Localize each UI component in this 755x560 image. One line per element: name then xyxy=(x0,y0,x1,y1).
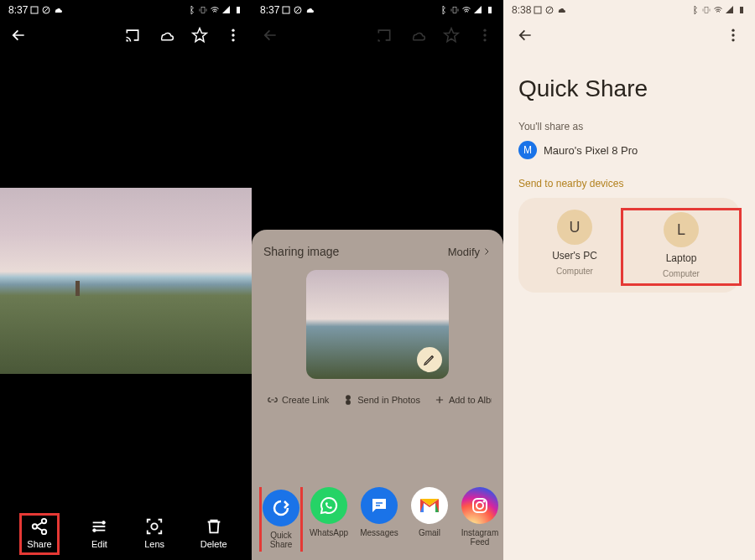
status-extra-icon xyxy=(281,5,291,15)
svg-rect-4 xyxy=(237,7,240,13)
panel-share-sheet: 8:37 Sharing image Modify xyxy=(252,0,503,560)
svg-point-20 xyxy=(483,34,486,36)
cast-icon[interactable] xyxy=(124,27,141,44)
back-icon[interactable] xyxy=(10,27,27,44)
gmail-app[interactable]: Gmail xyxy=(408,487,451,552)
star-icon[interactable] xyxy=(191,27,208,44)
cast-icon xyxy=(376,27,393,44)
app-label: Gmail xyxy=(419,528,440,537)
svg-rect-0 xyxy=(31,7,38,13)
status-extra-icon xyxy=(29,5,39,15)
delete-button[interactable]: Delete xyxy=(200,517,227,549)
more-icon[interactable] xyxy=(225,27,242,44)
status-time: 8:38 xyxy=(512,4,531,16)
status-bar: 8:37 xyxy=(0,0,252,20)
share-button[interactable]: Share xyxy=(19,513,59,555)
status-extra-icon xyxy=(533,5,543,15)
panel-quick-share: 8:38 Quick Share You'll share as M Mauro… xyxy=(503,0,755,560)
toolbar xyxy=(503,20,755,50)
edit-preview-button[interactable] xyxy=(417,347,442,372)
cloud-backup-icon[interactable] xyxy=(158,27,174,44)
back-icon[interactable] xyxy=(517,27,534,44)
send-in-photos-chip[interactable]: Send in Photos xyxy=(342,394,420,406)
messages-app[interactable]: Messages xyxy=(357,487,401,552)
svg-point-8 xyxy=(42,519,47,524)
cloud-backup-icon xyxy=(409,27,426,44)
vibrate-icon xyxy=(450,5,460,15)
svg-point-33 xyxy=(732,39,734,41)
app-label: Quick Share xyxy=(264,531,298,549)
svg-rect-17 xyxy=(453,8,456,13)
device-self-name: Mauro's Pixel 8 Pro xyxy=(544,144,638,157)
wifi-icon xyxy=(461,5,471,15)
app-label: Messages xyxy=(360,528,398,537)
modify-button[interactable]: Modify xyxy=(448,246,492,258)
signal-icon xyxy=(473,5,483,15)
photo-content[interactable] xyxy=(0,188,252,374)
instagram-app[interactable]: Instagram Feed xyxy=(458,487,502,552)
whatsapp-app[interactable]: WhatsApp xyxy=(307,487,351,552)
app-label: Instagram Feed xyxy=(458,528,502,547)
status-time: 8:37 xyxy=(260,4,279,16)
messages-icon xyxy=(361,487,398,524)
status-bar: 8:38 xyxy=(503,0,755,20)
add-to-album-chip[interactable]: Add to Album xyxy=(434,394,492,406)
share-as-label: You'll share as xyxy=(518,121,740,132)
svg-point-6 xyxy=(232,34,234,36)
back-icon xyxy=(262,27,279,44)
scrim[interactable] xyxy=(252,50,503,230)
nearby-device-users-pc[interactable]: U User's PC Computer xyxy=(527,210,622,281)
nearby-section-label: Send to nearby devices xyxy=(518,178,740,189)
svg-point-5 xyxy=(232,29,234,32)
bluetooth-icon xyxy=(438,5,448,15)
nearby-device-laptop[interactable]: L Laptop Computer xyxy=(621,208,742,286)
create-link-chip[interactable]: Create Link xyxy=(267,394,329,406)
cloud-icon xyxy=(53,5,63,15)
svg-rect-14 xyxy=(283,7,289,13)
plus-icon xyxy=(434,394,445,406)
more-icon[interactable] xyxy=(725,27,742,44)
action-label: Delete xyxy=(200,539,227,549)
action-label: Lens xyxy=(144,539,164,549)
svg-point-9 xyxy=(33,524,38,529)
quick-share-app[interactable]: Quick Share xyxy=(259,487,303,552)
edit-icon xyxy=(90,517,108,536)
bluetooth-icon xyxy=(690,5,700,15)
action-label: Share xyxy=(27,539,51,549)
instagram-icon xyxy=(461,487,498,524)
svg-point-13 xyxy=(151,523,157,529)
edit-button[interactable]: Edit xyxy=(90,517,108,549)
page-title: Quick Share xyxy=(518,75,740,102)
share-as-row[interactable]: M Mauro's Pixel 8 Pro xyxy=(518,141,740,159)
dnd-icon xyxy=(41,5,51,15)
svg-point-32 xyxy=(732,34,734,36)
share-apps-row: Quick Share WhatsApp Messages Gmail xyxy=(252,487,503,552)
pencil-icon xyxy=(423,353,436,366)
vibrate-icon xyxy=(701,5,711,15)
battery-icon xyxy=(233,5,243,15)
lens-icon xyxy=(145,517,164,536)
svg-rect-3 xyxy=(201,8,205,13)
svg-point-25 xyxy=(483,500,486,503)
share-icon xyxy=(30,517,49,536)
battery-icon xyxy=(737,5,747,15)
chevron-right-icon xyxy=(482,246,492,257)
avatar: M xyxy=(518,141,537,159)
empty-space xyxy=(0,50,252,188)
svg-rect-18 xyxy=(488,7,492,13)
svg-point-7 xyxy=(232,39,234,41)
quick-actions-row: Create Link Send in Photos Add to Album … xyxy=(263,391,492,419)
svg-point-31 xyxy=(732,29,734,32)
svg-rect-26 xyxy=(534,7,541,13)
device-name: User's PC xyxy=(552,250,597,262)
device-avatar: U xyxy=(557,210,592,245)
svg-line-16 xyxy=(296,8,300,13)
cloud-icon xyxy=(556,5,566,15)
svg-line-2 xyxy=(44,8,49,13)
svg-point-21 xyxy=(483,39,486,41)
device-type: Computer xyxy=(556,267,593,276)
panel-photo-viewer: 8:37 Share Edit xyxy=(0,0,252,560)
whatsapp-icon xyxy=(310,487,347,524)
dnd-icon xyxy=(544,5,555,15)
lens-button[interactable]: Lens xyxy=(144,517,164,549)
